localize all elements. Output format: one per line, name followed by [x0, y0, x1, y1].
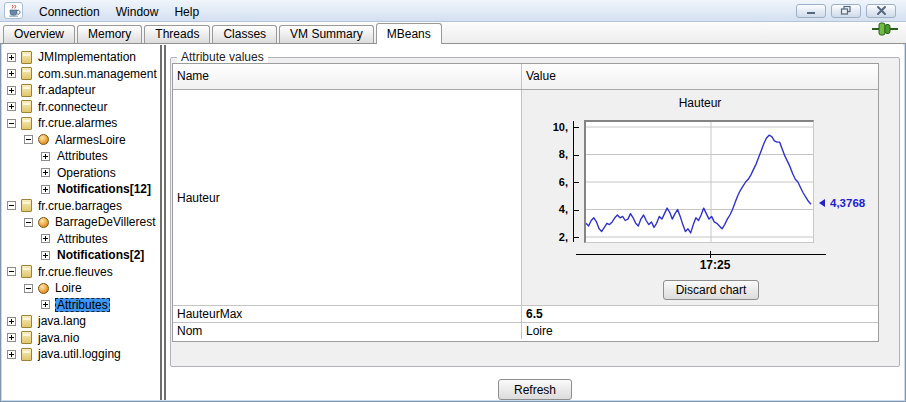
menu-window[interactable]: Window: [108, 3, 167, 21]
table-row[interactable]: HauteurMax 6.5: [173, 305, 878, 322]
tab-classes[interactable]: Classes: [212, 25, 277, 43]
folder-icon: [21, 51, 32, 64]
menu-help[interactable]: Help: [166, 3, 207, 21]
titlebar: ConnectionWindowHelp: [0, 0, 906, 22]
refresh-button[interactable]: Refresh: [498, 379, 572, 400]
attribute-chart-cell: Hauteur 10,8,6,4,2, 17:25 4,3768: [522, 90, 878, 305]
tree-item-attributes[interactable]: Attributes: [2, 231, 160, 248]
expand-toggle-icon[interactable]: [41, 185, 50, 194]
expand-toggle-icon[interactable]: [41, 168, 50, 177]
y-axis-tick-label: 10,: [522, 120, 568, 135]
table-row[interactable]: Hauteur Hauteur 10,8,6,4,2, 17:25: [173, 90, 878, 305]
expand-toggle-icon[interactable]: [7, 350, 16, 359]
y-axis-tick-label: 8,: [522, 147, 568, 162]
expand-toggle-icon[interactable]: [7, 69, 16, 78]
y-axis-tick: [573, 127, 579, 128]
folder-icon: [21, 117, 32, 130]
tree-item-fr-crue-alarmes[interactable]: fr.crue.alarmes: [2, 115, 160, 132]
tree-item-barragedevillerest[interactable]: BarrageDeVillerest: [2, 214, 160, 231]
tree-item-fr-adapteur[interactable]: fr.adapteur: [2, 82, 160, 99]
tree-item-attributes[interactable]: Attributes: [2, 297, 160, 314]
tab-mbeans[interactable]: MBeans: [376, 23, 442, 44]
tree-item-loire[interactable]: Loire: [2, 280, 160, 297]
chart-title: Hauteur: [522, 96, 878, 110]
expand-toggle-icon[interactable]: [7, 102, 16, 111]
y-axis-tick-label: 4,: [522, 202, 568, 217]
folder-icon: [21, 331, 32, 344]
collapse-toggle-icon[interactable]: [7, 267, 16, 276]
y-axis-tick-label: 6,: [522, 175, 568, 190]
attribute-value-cell[interactable]: Loire: [522, 323, 878, 339]
expand-toggle-icon[interactable]: [41, 234, 50, 243]
tab-threads[interactable]: Threads: [144, 25, 210, 43]
collapse-toggle-icon[interactable]: [7, 119, 16, 128]
tree-item-java-nio[interactable]: java.nio: [2, 330, 160, 347]
column-header-value[interactable]: Value: [522, 64, 878, 89]
tree-item-label: fr.crue.barrages: [36, 199, 124, 213]
tree-item-label: Notifications[2]: [55, 248, 146, 262]
tree-item-label: JMImplementation: [36, 50, 138, 64]
collapse-toggle-icon[interactable]: [24, 284, 33, 293]
menu-connection[interactable]: Connection: [31, 3, 108, 21]
restore-button[interactable]: [831, 4, 861, 18]
tab-overview[interactable]: Overview: [3, 25, 75, 43]
tab-vm-summary[interactable]: VM Summary: [279, 25, 374, 43]
attribute-name-cell: HauteurMax: [173, 306, 522, 322]
tab-strip: OverviewMemoryThreadsClassesVM SummaryMB…: [0, 22, 906, 44]
collapse-toggle-icon[interactable]: [24, 218, 33, 227]
attribute-name-cell: Nom: [173, 323, 522, 339]
current-value-label: 4,3768: [830, 197, 865, 209]
collapse-toggle-icon[interactable]: [24, 135, 33, 144]
tree-item-label: java.lang: [36, 314, 88, 328]
tree-item-jmimplementation[interactable]: JMImplementation: [2, 49, 160, 66]
java-coffee-cup-icon[interactable]: [4, 2, 23, 19]
mbean-icon: [38, 134, 49, 145]
tree-item-java-util-logging[interactable]: java.util.logging: [2, 346, 160, 363]
tree-item-fr-connecteur[interactable]: fr.connecteur: [2, 99, 160, 116]
expand-toggle-icon[interactable]: [7, 333, 16, 342]
tree-item-operations[interactable]: Operations: [2, 165, 160, 182]
column-header-name[interactable]: Name: [173, 64, 522, 89]
tab-memory[interactable]: Memory: [77, 25, 142, 43]
expand-toggle-icon[interactable]: [7, 317, 16, 326]
tree-item-label: fr.adapteur: [36, 83, 97, 97]
connected-plug-icon: [872, 22, 898, 40]
discard-chart-button[interactable]: Discard chart: [663, 280, 759, 300]
tree-item-fr-crue-fleuves[interactable]: fr.crue.fleuves: [2, 264, 160, 281]
y-axis-tick: [573, 210, 579, 211]
y-axis-tick: [573, 155, 579, 156]
y-axis-tick: [573, 237, 579, 238]
expand-toggle-icon[interactable]: [41, 251, 50, 260]
tree-item-com-sun-management[interactable]: com.sun.management: [2, 66, 160, 83]
tree-item-notifications-2-[interactable]: Notifications[2]: [2, 247, 160, 264]
table-header-row: Name Value: [173, 64, 878, 90]
table-row[interactable]: Nom Loire: [173, 322, 878, 339]
folder-icon: [21, 348, 32, 361]
tree-item-label: AlarmesLoire: [53, 133, 128, 147]
expand-toggle-icon[interactable]: [7, 53, 16, 62]
attribute-value-cell[interactable]: 6.5: [522, 306, 878, 322]
close-button[interactable]: [866, 4, 896, 18]
tree-item-attributes[interactable]: Attributes: [2, 148, 160, 165]
window-controls: [796, 4, 896, 18]
folder-icon: [21, 84, 32, 97]
collapse-toggle-icon[interactable]: [7, 201, 16, 210]
expand-toggle-icon[interactable]: [7, 86, 16, 95]
tree-item-label: Operations: [55, 166, 118, 180]
expand-toggle-icon[interactable]: [41, 300, 50, 309]
minimize-button[interactable]: [796, 4, 826, 18]
tree-item-label: BarrageDeVillerest: [53, 215, 158, 229]
folder-icon: [21, 100, 32, 113]
attribute-panel: Attribute values Name Value Hauteur Haut…: [166, 45, 904, 400]
chart-x-tick-label: 17:25: [685, 258, 745, 272]
split-divider[interactable]: [160, 45, 162, 400]
tree-item-fr-crue-barrages[interactable]: fr.crue.barrages: [2, 198, 160, 215]
tree-item-label: com.sun.management: [36, 67, 159, 81]
mbean-tree[interactable]: JMImplementationcom.sun.managementfr.ada…: [2, 45, 160, 400]
tree-item-java-lang[interactable]: java.lang: [2, 313, 160, 330]
tree-item-notifications-12-[interactable]: Notifications[12]: [2, 181, 160, 198]
tree-item-label: Notifications[12]: [55, 182, 153, 196]
tree-item-alarmesloire[interactable]: AlarmesLoire: [2, 132, 160, 149]
expand-toggle-icon[interactable]: [41, 152, 50, 161]
mbeans-tab-panel: JMImplementationcom.sun.managementfr.ada…: [2, 45, 904, 400]
